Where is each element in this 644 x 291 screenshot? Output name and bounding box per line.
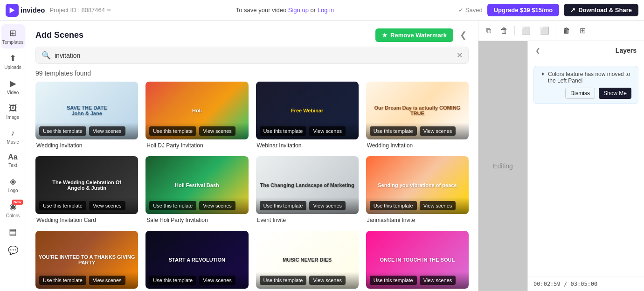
signup-link[interactable]: Sign up <box>288 7 309 14</box>
view-scenes-button-event-invite[interactable]: View scenes <box>309 201 346 210</box>
sidebar-item-music[interactable]: ♪ Music <box>1 125 25 148</box>
template-card-revolution[interactable]: START A REVOLUTION Use this template Vie… <box>145 231 248 291</box>
use-template-button-holi-bash[interactable]: Use this template <box>149 201 196 210</box>
canvas-editing-label: Editing <box>493 162 513 170</box>
template-card-wedding-card[interactable]: The Wedding Celebration OfAngelo & Justi… <box>35 156 138 223</box>
crop-button[interactable]: ⬜ <box>537 23 552 38</box>
sidebar-item-uploads[interactable]: ⬆ Uploads <box>1 49 25 74</box>
sidebar-label-uploads: Uploads <box>4 65 21 70</box>
download-share-button[interactable]: ↗ Download & Share <box>564 4 638 16</box>
dismiss-button[interactable]: Dismiss <box>565 88 595 99</box>
sidebar-item-chat[interactable]: 💬 <box>1 242 25 259</box>
template-card-wedding-inv-2[interactable]: Our Dream Day is actually COMING TRUE Us… <box>366 82 469 149</box>
thumb-text-holi-bash: Holi Festival Bash <box>172 180 222 191</box>
layers-expand-button[interactable]: ❮ <box>535 47 540 54</box>
sidebar-item-text[interactable]: Aa Text <box>1 149 25 172</box>
sidebar-label-colors: Colors <box>6 213 20 218</box>
logo: invideo <box>6 4 45 17</box>
use-template-button-thanksgiving[interactable]: Use this template <box>39 276 86 285</box>
template-card-holi-bash[interactable]: Holi Festival Bash Use this template Vie… <box>145 156 248 223</box>
remove-watermark-button[interactable]: ★ Remove Watermark <box>375 28 453 42</box>
toolbar-separator-2 <box>556 26 556 35</box>
view-scenes-button-wedding-inv-1[interactable]: View scenes <box>89 126 125 136</box>
right-area: ⧉ 🗑 ⬜ ⬜ 🗑 ⊞ Editing ❮ Layers <box>478 21 644 291</box>
use-template-button-girls[interactable]: Use this template <box>370 276 417 285</box>
duplicate-button[interactable]: ⧉ <box>483 24 494 38</box>
use-template-button-revolution[interactable]: Use this template <box>149 276 196 285</box>
login-link[interactable]: Log in <box>318 7 334 14</box>
template-card-webinar-inv[interactable]: Free Webinar Use this template View scen… <box>256 82 359 149</box>
toolbar-separator <box>514 26 515 35</box>
sidebar-label-music: Music <box>7 139 19 145</box>
view-scenes-button-webinar-inv[interactable]: View scenes <box>309 126 346 136</box>
use-template-button-holi-dj[interactable]: Use this template <box>149 126 196 136</box>
layers-header: ❮ Layers <box>528 41 644 60</box>
view-scenes-button-holi-bash[interactable]: View scenes <box>199 201 235 210</box>
view-scenes-button-wedding-card[interactable]: View scenes <box>89 201 125 210</box>
template-name-janmashtami: Janmashtami Invite <box>366 217 469 223</box>
use-template-button-music[interactable]: Use this template <box>260 276 307 285</box>
saved-label: ✓ Saved <box>458 7 483 14</box>
template-thumb-holi-dj: Holi Use this template View scenes <box>145 82 248 139</box>
template-card-thanksgiving[interactable]: YOU'RE INVITED TO A THANKS GIVING PARTY … <box>35 231 138 291</box>
sidebar-item-image[interactable]: 🖼 Image <box>1 100 25 124</box>
sidebar-label-logo: Logo <box>7 188 18 193</box>
search-clear-button[interactable]: ✕ <box>457 51 463 60</box>
panel-title: Add Scenes <box>35 30 83 40</box>
sidebar-item-logo[interactable]: ◈ Logo <box>1 173 25 197</box>
view-scenes-button-holi-dj[interactable]: View scenes <box>199 126 235 136</box>
template-card-wedding-inv-1[interactable]: SAVE THE DATEJohn & Jane Use this templa… <box>35 82 138 149</box>
use-template-button-wedding-inv-1[interactable]: Use this template <box>39 126 86 136</box>
close-panel-button[interactable]: ❮ <box>458 28 469 42</box>
template-actions-wedding-inv-2: Use this template View scenes <box>366 123 469 139</box>
search-input[interactable] <box>55 52 453 59</box>
template-name-webinar-inv: Webinar Invitation <box>256 142 359 149</box>
use-template-button-wedding-inv-2[interactable]: Use this template <box>370 126 417 136</box>
template-name-holi-dj: Holi DJ Party Invitation <box>145 142 248 149</box>
use-template-button-janmashtami[interactable]: Use this template <box>370 201 417 210</box>
time-display: 00:02:59 / 03:05:00 <box>533 281 597 287</box>
use-template-button-event-invite[interactable]: Use this template <box>260 201 307 210</box>
delete-button-1[interactable]: 🗑 <box>498 24 511 38</box>
view-scenes-button-girls[interactable]: View scenes <box>420 276 456 285</box>
view-scenes-button-wedding-inv-2[interactable]: View scenes <box>420 126 456 136</box>
sidebar-item-scenes[interactable]: ▤ <box>1 223 25 241</box>
use-template-button-wedding-card[interactable]: Use this template <box>39 201 86 210</box>
layers-title: Layers <box>616 47 637 54</box>
edit-project-icon[interactable]: ✏ <box>107 7 111 14</box>
thumb-text-event-invite: The Changing Landscape of Marketing <box>257 180 357 191</box>
template-name-event-invite: Event Invite <box>256 217 359 223</box>
use-template-button-webinar-inv[interactable]: Use this template <box>260 126 307 136</box>
template-card-holi-dj[interactable]: Holi Use this template View scenes Holi … <box>145 82 248 149</box>
sidebar-item-video[interactable]: ▶ Video <box>1 75 25 99</box>
template-actions-girls: Use this template View scenes <box>366 272 469 289</box>
template-actions-holi-bash: Use this template View scenes <box>145 197 248 214</box>
uploads-icon: ⬆ <box>9 53 16 63</box>
template-actions-holi-dj: Use this template View scenes <box>145 123 248 139</box>
view-scenes-button-revolution[interactable]: View scenes <box>199 276 235 285</box>
sidebar-item-templates[interactable]: ⊞ Templates <box>1 24 25 48</box>
resize-button[interactable]: ⬜ <box>519 23 533 38</box>
upgrade-button[interactable]: Upgrade $39 $15/mo <box>487 4 559 16</box>
view-scenes-button-janmashtami[interactable]: View scenes <box>420 201 456 210</box>
template-card-music[interactable]: MUSIC NEVER DIES Use this template View … <box>256 231 359 291</box>
grid-button[interactable]: ⊞ <box>577 23 589 38</box>
template-thumb-wedding-card: The Wedding Celebration OfAngelo & Justi… <box>35 156 138 214</box>
template-name-wedding-inv-2: Wedding Invitation <box>366 142 469 149</box>
thumb-text-wedding-inv-1: SAVE THE DATEJohn & Jane <box>64 102 110 119</box>
video-icon: ▶ <box>10 78 16 89</box>
template-card-event-invite[interactable]: The Changing Landscape of Marketing Use … <box>256 156 359 223</box>
sidebar-item-colors[interactable]: New ◉ Colors <box>1 198 25 222</box>
main-area: ⊞ Templates ⬆ Uploads ▶ Video 🖼 Image ♪ … <box>0 21 644 291</box>
delete-button-2[interactable]: 🗑 <box>560 24 573 38</box>
template-card-girls[interactable]: ONCE IN TOUCH IN THE SOUL Use this templ… <box>366 231 469 291</box>
template-actions-thanksgiving: Use this template View scenes <box>35 272 138 289</box>
export-icon: ↗ <box>570 7 575 14</box>
view-scenes-button-thanksgiving[interactable]: View scenes <box>89 276 125 285</box>
show-me-button[interactable]: Show Me <box>599 88 631 99</box>
template-thumb-holi-bash: Holi Festival Bash Use this template Vie… <box>145 156 248 214</box>
template-card-janmashtami[interactable]: Sending you vibrations of peace Use this… <box>366 156 469 223</box>
view-scenes-button-music[interactable]: View scenes <box>309 276 346 285</box>
template-thumb-janmashtami: Sending you vibrations of peace Use this… <box>366 156 469 214</box>
notification-actions: Dismiss Show Me <box>540 88 631 99</box>
